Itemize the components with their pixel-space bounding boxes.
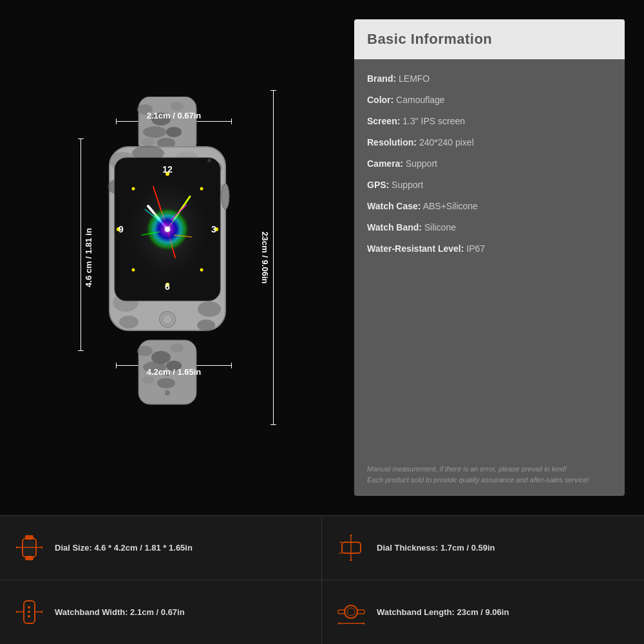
- brand-value: LEMFO: [396, 73, 430, 84]
- svg-point-14: [142, 376, 155, 384]
- svg-marker-84: [338, 622, 341, 625]
- svg-rect-81: [357, 610, 365, 614]
- bottom-bar: Dial Size: 4.6 * 4.2cm / 1.81 * 1.65in D…: [0, 515, 644, 644]
- svg-point-46: [165, 227, 170, 232]
- dim-left-label: 4.6 cm / 1.81 in: [84, 228, 93, 287]
- svg-point-5: [166, 127, 182, 137]
- footer-line1: Manual measurement, if there is an error…: [367, 464, 612, 475]
- svg-point-57: [165, 390, 170, 395]
- svg-marker-68: [350, 558, 352, 561]
- svg-marker-85: [362, 622, 365, 625]
- svg-rect-60: [25, 556, 33, 560]
- resolution-label: Resolution:: [367, 137, 417, 147]
- bottom-cell-band-width: Watchband Width: 2.1cm / 0.67in: [0, 580, 322, 645]
- svg-point-80: [347, 608, 355, 616]
- dial-size-icon: [13, 531, 45, 564]
- resolution-row: Resolution: 240*240 pixel: [367, 136, 612, 149]
- screen-row: Screen: 1.3" IPS screen: [367, 115, 612, 128]
- info-panel: Basic Information Brand: LEMFO Color: Ca…: [354, 19, 625, 496]
- svg-marker-78: [40, 611, 43, 613]
- svg-point-4: [143, 126, 166, 138]
- gps-row: GPS: Support: [367, 178, 612, 192]
- bottom-cell-band-length: Watchband Length: 23cm / 9.06in: [322, 580, 644, 645]
- svg-point-73: [28, 611, 30, 613]
- svg-point-72: [28, 606, 30, 609]
- watchcase-row: Watch Case: ABS+Silicone: [367, 200, 612, 213]
- svg-point-6: [142, 138, 155, 146]
- dial-thickness-text: Dial Thickness: 1.7cm / 0.59in: [377, 543, 495, 553]
- water-value: IP67: [464, 243, 485, 254]
- svg-marker-63: [16, 546, 19, 549]
- bottom-cell-dial-size: Dial Size: 4.6 * 4.2cm / 1.81 * 1.65in: [0, 516, 322, 580]
- info-header: Basic Information: [354, 19, 625, 59]
- watch-area: 2.1cm / 0.67in 4.6 cm / 1.81 in 23cm / 9…: [0, 0, 348, 515]
- color-label: Color:: [367, 95, 393, 105]
- water-row: Water-Resistant Level: IP67: [367, 242, 612, 256]
- svg-point-33: [132, 187, 135, 191]
- main-area: 2.1cm / 0.67in 4.6 cm / 1.81 in 23cm / 9…: [0, 0, 644, 515]
- svg-point-9: [137, 346, 153, 356]
- svg-point-36: [200, 269, 204, 272]
- band-width-icon: [13, 596, 45, 628]
- brand-row: Brand: LEMFO: [367, 72, 612, 86]
- svg-point-79: [345, 605, 357, 618]
- dial-size-text: Dial Size: 4.6 * 4.2cm / 1.81 * 1.65in: [55, 543, 193, 553]
- svg-point-74: [28, 615, 30, 618]
- dim-bottom-label: 4.2cm / 1.65in: [147, 367, 202, 377]
- resolution-value: 240*240 pixel: [417, 137, 474, 147]
- screen-value: 1.3" IPS screen: [400, 116, 465, 126]
- svg-point-56: [165, 381, 170, 386]
- dim-top-label: 2.1cm / 0.67in: [147, 111, 202, 120]
- svg-rect-82: [338, 610, 345, 614]
- svg-point-35: [132, 269, 135, 272]
- camera-label: Camera:: [367, 158, 403, 169]
- svg-point-24: [198, 301, 221, 317]
- gps-value: Support: [389, 180, 423, 190]
- svg-text:6: 6: [165, 281, 170, 292]
- v-line-right: [273, 90, 274, 425]
- svg-marker-77: [16, 611, 19, 613]
- watchcase-value: ABS+Silicone: [421, 201, 478, 211]
- watch-svg: 12 6 9 3: [90, 97, 245, 406]
- band-length-icon: [335, 596, 367, 628]
- camera-value: Support: [403, 158, 437, 169]
- color-row: Color: Camouflage: [367, 93, 612, 107]
- watchcase-label: Watch Case:: [367, 201, 421, 211]
- svg-point-53: [222, 184, 229, 209]
- svg-point-11: [171, 343, 184, 352]
- color-value: Camouflage: [393, 95, 444, 105]
- v-line-left: [80, 138, 81, 351]
- screen-label: Screen:: [367, 116, 400, 126]
- info-footer: Manual measurement, if there is an error…: [354, 457, 625, 496]
- watchband-row: Watch Band: Silicone: [367, 221, 612, 234]
- watch-container: 2.1cm / 0.67in 4.6 cm / 1.81 in 23cm / 9…: [71, 77, 277, 438]
- watchband-value: Silicone: [422, 222, 456, 232]
- footer-line2: Each product sold to provide quality ass…: [367, 475, 612, 486]
- water-label: Water-Resistant Level:: [367, 243, 464, 254]
- svg-point-26: [197, 319, 215, 331]
- svg-marker-67: [350, 535, 352, 537]
- svg-marker-64: [40, 546, 43, 549]
- camera-row: Camera: Support: [367, 157, 612, 171]
- svg-text:12: 12: [162, 164, 173, 175]
- info-title: Basic Information: [367, 31, 612, 48]
- dim-right-label: 23cm / 9.06in: [260, 232, 270, 284]
- band-length-text: Watchband Length: 23cm / 9.06in: [377, 607, 509, 617]
- dial-thickness-icon: [335, 531, 367, 564]
- brand-label: Brand:: [367, 73, 396, 84]
- gps-label: GPS:: [367, 180, 389, 190]
- svg-point-54: [207, 158, 211, 162]
- svg-text:9: 9: [118, 224, 124, 234]
- watchband-label: Watch Band:: [367, 222, 422, 232]
- bottom-cell-dial-thickness: Dial Thickness: 1.7cm / 0.59in: [322, 516, 644, 580]
- info-body: Brand: LEMFO Color: Camouflage Screen: 1…: [354, 59, 625, 457]
- band-width-text: Watchband Width: 2.1cm / 0.67in: [55, 607, 185, 617]
- svg-rect-59: [25, 535, 33, 540]
- svg-point-34: [200, 187, 204, 191]
- svg-point-3: [171, 102, 184, 111]
- svg-point-25: [119, 316, 138, 328]
- svg-text:3: 3: [211, 224, 216, 234]
